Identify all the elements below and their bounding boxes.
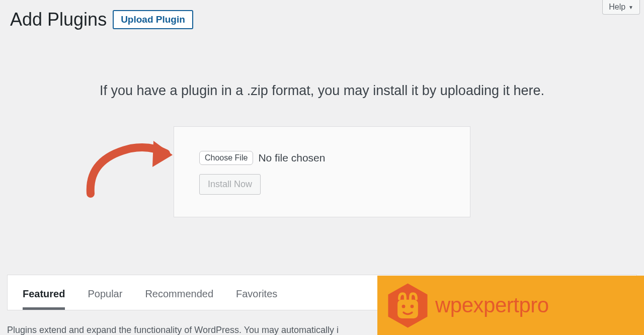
arrow-annotation-icon: [83, 131, 179, 201]
tab-featured[interactable]: Featured: [23, 288, 65, 310]
upload-panel: Choose File No file chosen Install Now: [174, 126, 470, 217]
help-label: Help: [609, 3, 625, 12]
help-tab[interactable]: Help ▼: [602, 0, 640, 15]
file-chosen-label: No file chosen: [258, 152, 325, 164]
svg-rect-1: [397, 299, 418, 318]
choose-file-button[interactable]: Choose File: [199, 151, 253, 165]
tab-popular[interactable]: Popular: [88, 288, 122, 310]
brand-logo-icon: [386, 282, 429, 329]
svg-point-2: [402, 304, 406, 308]
tab-recommended[interactable]: Recommended: [145, 288, 213, 310]
upload-instruction: If you have a plugin in a .zip format, y…: [0, 83, 644, 99]
tab-favorites[interactable]: Favorites: [236, 288, 277, 310]
upload-plugin-button[interactable]: Upload Plugin: [113, 10, 193, 29]
watermark: wpexpertpro: [377, 276, 644, 335]
caret-down-icon: ▼: [628, 5, 633, 10]
plugins-description: Plugins extend and expand the functional…: [7, 325, 372, 335]
install-now-button: Install Now: [199, 174, 261, 195]
svg-point-3: [411, 304, 414, 308]
page-title: Add Plugins: [10, 9, 107, 30]
brand-name: wpexpertpro: [435, 293, 549, 317]
page-header: Add Plugins Upload Plugin: [0, 0, 644, 35]
